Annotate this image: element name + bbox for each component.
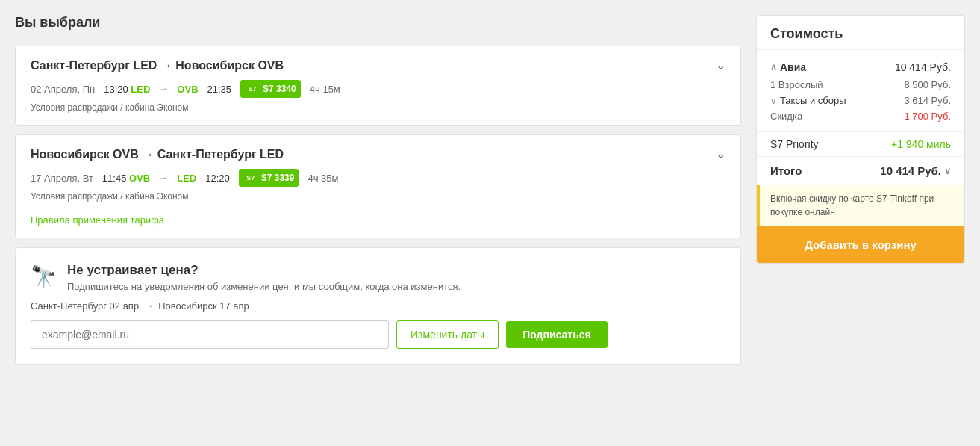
flight-route-title-2: Новосибирск OVB → Санкт-Петербург LED xyxy=(31,148,284,161)
arrive-code-2: LED xyxy=(177,173,196,184)
total-row: Итого 10 414 Руб. ∨ xyxy=(757,156,964,185)
price-alert-arrow-icon: → xyxy=(143,300,154,312)
price-alert-actions: Изменить даты Подписаться xyxy=(31,320,725,349)
priority-value: +1 940 миль xyxy=(891,138,951,150)
flight-conditions-2: Условия распродажи / кабина Эконом xyxy=(31,191,725,202)
flight-conditions-1: Условия распродажи / кабина Эконом xyxy=(31,102,725,113)
depart-time-2: 11:45 OVB xyxy=(102,173,150,184)
adult-label: 1 Взрослый xyxy=(770,79,823,90)
chevron-down-icon-2[interactable]: ⌄ xyxy=(716,147,725,161)
adult-value: 8 500 Руб. xyxy=(904,79,951,90)
avia-section: ∧ Авиа 10 414 Руб. 1 Взрослый 8 500 Руб.… xyxy=(757,50,964,131)
priority-row: S7 Priority +1 940 миль xyxy=(757,131,964,156)
taxes-label: ∨ Таксы и сборы xyxy=(770,95,846,106)
flight-date-2: 17 Апреля, Вт xyxy=(31,173,93,184)
flight-card-2: Новосибирск OVB → Санкт-Петербург LED ⌄ … xyxy=(15,134,741,238)
arrive-code-1: OVB xyxy=(177,84,198,95)
flight-details-1: 02 Апреля, Пн 13:20 LED → OVB 21:35 S7 S… xyxy=(31,80,725,98)
total-value: 10 414 Руб. ∨ xyxy=(880,164,951,177)
adult-row: 1 Взрослый 8 500 Руб. xyxy=(770,77,951,93)
flight-header-1: Санкт-Петербург LED → Новосибирск OVB ⌄ xyxy=(31,58,725,72)
arrive-time-2: 12:20 xyxy=(205,173,230,184)
depart-code-1: LED xyxy=(131,84,150,95)
price-alert-description: Подпишитесь на уведомления об изменении … xyxy=(67,281,461,292)
airline-badge-1: S7 S7 3340 xyxy=(240,80,301,98)
flight-details-2: 17 Апреля, Вт 11:45 OVB → LED 12:20 S7 S… xyxy=(31,169,725,187)
discount-row: Скидка -1 700 Руб. xyxy=(770,108,951,124)
tariff-link[interactable]: Правила применения тарифа xyxy=(31,205,725,226)
discount-value: -1 700 Руб. xyxy=(901,111,951,122)
chevron-total-icon: ∨ xyxy=(944,166,951,176)
subscribe-button[interactable]: Подписаться xyxy=(506,321,608,348)
discount-label: Скидка xyxy=(770,111,802,122)
price-alert-route-to: Новосибирск 17 апр xyxy=(158,300,249,312)
avia-row: ∧ Авиа 10 414 Руб. xyxy=(770,58,951,77)
depart-code-2: OVB xyxy=(129,173,150,184)
airline-badge-2: S7 S7 3339 xyxy=(239,169,299,187)
price-alert-header: 🔭 Не устраивает цена? Подпишитесь на уве… xyxy=(31,263,725,292)
chevron-down-taxes-icon: ∨ xyxy=(770,96,777,106)
cost-card: Стоимость ∧ Авиа 10 414 Руб. 1 Взрослый … xyxy=(756,15,965,264)
email-input[interactable] xyxy=(31,320,389,349)
price-alert-title: Не устраивает цена? xyxy=(67,263,461,278)
flight-duration-2: 4ч 35м xyxy=(308,173,338,184)
flight-duration-1: 4ч 15м xyxy=(310,84,340,95)
flight-card-1: Санкт-Петербург LED → Новосибирск OVB ⌄ … xyxy=(15,46,741,126)
avia-value: 10 414 Руб. xyxy=(895,61,951,73)
flight-route-title-1: Санкт-Петербург LED → Новосибирск OVB xyxy=(31,59,284,72)
discount-note: Включая скидку по карте S7-Tinkoff при п… xyxy=(757,185,964,226)
s7-logo-2: S7 xyxy=(243,170,258,185)
flight-number-2: S7 3339 xyxy=(261,173,295,183)
sidebar: Стоимость ∧ Авиа 10 414 Руб. 1 Взрослый … xyxy=(756,15,965,365)
chevron-down-icon-1[interactable]: ⌄ xyxy=(716,58,725,72)
chevron-up-icon: ∧ xyxy=(770,62,777,72)
cost-title: Стоимость xyxy=(757,16,964,50)
depart-time-1: 13:20 LED xyxy=(104,84,150,95)
arrive-time-1: 21:35 xyxy=(207,84,232,95)
flight-number-1: S7 3340 xyxy=(263,84,296,94)
price-alert-route-from: Санкт-Петербург 02 апр xyxy=(31,300,139,312)
binoculars-icon: 🔭 xyxy=(31,264,57,289)
s7-logo-1: S7 xyxy=(245,81,260,96)
priority-label: S7 Priority xyxy=(770,138,819,150)
avia-label: ∧ Авиа xyxy=(770,61,806,73)
taxes-value: 3 614 Руб. xyxy=(904,95,951,106)
change-dates-button[interactable]: Изменить даты xyxy=(396,320,499,349)
flight-date-1: 02 Апреля, Пн xyxy=(31,84,95,95)
page-title: Вы выбрали xyxy=(15,15,741,31)
price-alert-text: Не устраивает цена? Подпишитесь на уведо… xyxy=(67,263,461,292)
add-to-cart-button[interactable]: Добавить в корзину xyxy=(757,226,964,263)
arrow-icon-2: → xyxy=(159,173,168,183)
price-alert-route: Санкт-Петербург 02 апр → Новосибирск 17 … xyxy=(31,300,725,312)
price-alert-card: 🔭 Не устраивает цена? Подпишитесь на уве… xyxy=(15,247,741,365)
total-label: Итого xyxy=(770,164,802,177)
taxes-row: ∨ Таксы и сборы 3 614 Руб. xyxy=(770,93,951,108)
arrow-icon-1: → xyxy=(159,84,168,94)
flight-header-2: Новосибирск OVB → Санкт-Петербург LED ⌄ xyxy=(31,147,725,161)
